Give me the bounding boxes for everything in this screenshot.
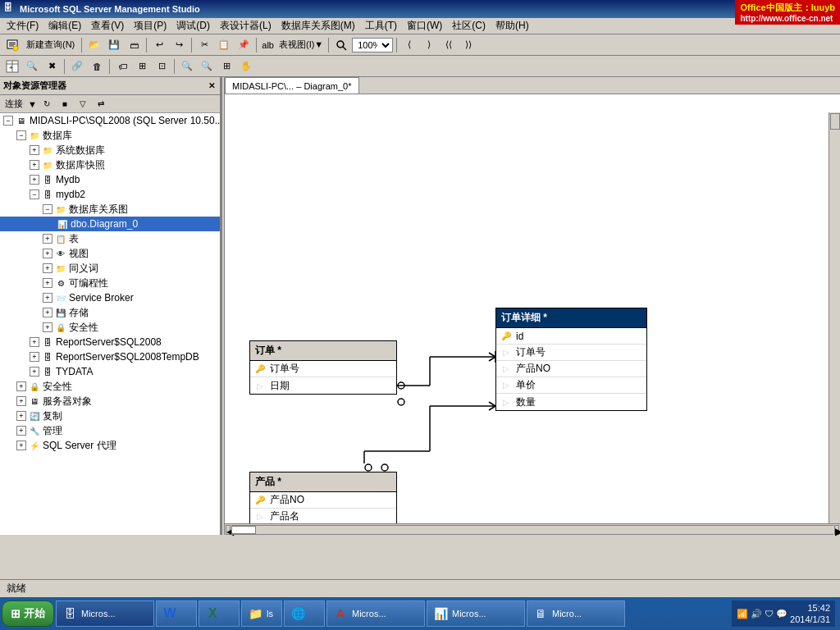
zoom-in-btn[interactable]: 🔍	[178, 57, 196, 75]
order-detail-table[interactable]: 订单详细 * 🔑 id ▷ 订单号 ▷ 产品NO ▷ 单价	[495, 308, 647, 411]
nav-btn-1[interactable]: ⟨	[400, 36, 418, 54]
product-table[interactable]: 产品 * 🔑 产品NO ▷ 产品名 ▷ 规格	[249, 472, 397, 523]
arrange-btn[interactable]: ⊞	[133, 57, 151, 75]
copy-button[interactable]: 📋	[215, 36, 233, 54]
clock[interactable]: 15:42 2014/1/31	[790, 602, 830, 626]
save-button[interactable]: 💾	[105, 36, 123, 54]
expand-security-top[interactable]: +	[16, 381, 26, 391]
tree-security-db-folder[interactable]: + 🔒 安全性	[0, 320, 220, 335]
expand-mydb2[interactable]: −	[30, 189, 39, 199]
menu-debug[interactable]: 调试(D)	[171, 17, 215, 34]
connect-btn[interactable]: 连接	[2, 98, 26, 110]
h-scroll-track[interactable]	[231, 525, 833, 535]
expand-snapshot[interactable]: +	[30, 160, 39, 170]
new-query-button[interactable]	[3, 36, 21, 54]
nav-btn-3[interactable]: ⟨⟨	[440, 36, 458, 54]
tree-db-snapshot[interactable]: + 📁 数据库快照	[0, 158, 220, 172]
tree-system-db[interactable]: + 📁 系统数据库	[0, 143, 220, 158]
zoom-select[interactable]: 100% 75% 50% 150%	[352, 38, 393, 52]
taskbar-item-0[interactable]: 🗄 Micros...	[56, 600, 154, 627]
zoom-button[interactable]	[332, 36, 350, 54]
expand-mydb[interactable]: +	[30, 175, 39, 185]
start-button[interactable]: ⊞ 开始	[2, 600, 54, 627]
stop-btn[interactable]: ■	[57, 97, 73, 112]
tree-replication[interactable]: + 🔄 复制	[0, 409, 220, 423]
expand-tables[interactable]: +	[43, 234, 52, 244]
expand-views[interactable]: +	[43, 249, 52, 258]
expand-report[interactable]: +	[30, 337, 39, 347]
tree-tydata[interactable]: + 🗄 TYDATA	[0, 364, 220, 379]
diagram-canvas[interactable]: 订单 * 🔑 订单号 ▷ 日期 订单详细 * 🔑 id	[225, 94, 840, 523]
h-scroll-thumb[interactable]	[231, 526, 256, 534]
taskbar-item-ssms[interactable]: 🖥 Micro...	[527, 600, 625, 627]
tree-synonyms-folder[interactable]: + 📁 同义词	[0, 261, 220, 276]
tree-storage-folder[interactable]: + 💾 存储	[0, 305, 220, 320]
refresh-btn[interactable]: ↻	[39, 97, 55, 112]
tree-db-folder[interactable]: − 📁 数据库	[0, 128, 220, 143]
tree-service-broker[interactable]: + 📨 Service Broker	[0, 290, 220, 305]
menu-tools[interactable]: 工具(T)	[360, 17, 402, 34]
show-table-btn[interactable]: 🔍	[23, 57, 41, 75]
show-labels-btn[interactable]: 🏷	[113, 57, 131, 75]
remove-table-btn[interactable]: ✖	[43, 57, 61, 75]
new-query-label[interactable]: 新建查询(N)	[23, 39, 78, 51]
save-all-button[interactable]: 🗃	[125, 36, 143, 54]
v-scrollbar[interactable]	[829, 112, 840, 523]
menu-file[interactable]: 文件(F)	[2, 17, 43, 34]
menu-project[interactable]: 项目(P)	[129, 17, 171, 34]
taskbar-item-browser[interactable]: 🌐	[284, 600, 325, 627]
v-scroll-thumb[interactable]	[830, 113, 840, 130]
undo-button[interactable]: ↩	[150, 36, 168, 54]
taskbar-item-excel[interactable]: X	[199, 600, 240, 627]
tree-server-objects[interactable]: + 🖥 服务器对象	[0, 394, 220, 409]
tree-diagram-0[interactable]: 📊 dbo.Diagram_0	[0, 217, 220, 231]
expand-db[interactable]: −	[16, 130, 26, 140]
order-table[interactable]: 订单 * 🔑 订单号 ▷ 日期	[249, 340, 397, 395]
tree-management[interactable]: + 🔧 管理	[0, 423, 220, 438]
tree-sql-agent[interactable]: + ⚡ SQL Server 代理	[0, 438, 220, 453]
fit-btn[interactable]: ⊞	[217, 57, 235, 75]
autofit-btn[interactable]: ⊡	[153, 57, 171, 75]
panel-close-btn[interactable]: ✕	[207, 81, 217, 90]
h-scroll-left[interactable]: ◀	[226, 525, 231, 535]
diagram-tab[interactable]: MIDASLI-PC\... – Diagram_0*	[225, 77, 359, 94]
tree-report-tempdb[interactable]: + 🗄 ReportServer$SQL2008TempDB	[0, 349, 220, 364]
taskbar-item-folder[interactable]: 📁 ls	[241, 600, 282, 627]
expand-security-db[interactable]: +	[43, 322, 52, 332]
menu-view[interactable]: 查看(V)	[86, 17, 129, 34]
tree-views-folder[interactable]: + 👁 视图	[0, 246, 220, 261]
expand-replication[interactable]: +	[16, 411, 26, 421]
taskbar-item-ppt[interactable]: 📊 Micros...	[427, 600, 525, 627]
tree-diagram-folder[interactable]: − 📁 数据库关系图	[0, 202, 220, 217]
add-table-btn[interactable]: +	[3, 57, 21, 75]
menu-window[interactable]: 窗口(W)	[402, 17, 447, 34]
taskbar-item-word[interactable]: W	[156, 600, 197, 627]
tree-report-db[interactable]: + 🗄 ReportServer$SQL2008	[0, 335, 220, 349]
open-file-button[interactable]: 📂	[85, 36, 103, 54]
expand-synonyms[interactable]: +	[43, 263, 52, 273]
expand-prog[interactable]: +	[43, 278, 52, 288]
sync-btn[interactable]: ⇄	[93, 97, 109, 112]
expand-tydata[interactable]: +	[30, 367, 39, 377]
paste-button[interactable]: 📌	[235, 36, 253, 54]
tree-prog-folder[interactable]: + ⚙ 可编程性	[0, 276, 220, 290]
expand-sb[interactable]: +	[43, 293, 52, 303]
tree-mydb[interactable]: + 🗄 Mydb	[0, 172, 220, 187]
expand-agent[interactable]: +	[16, 441, 26, 450]
tree-mydb2[interactable]: − 🗄 mydb2	[0, 187, 220, 202]
del-relation-btn[interactable]: 🗑	[88, 57, 106, 75]
menu-table-designer[interactable]: 表设计器(L)	[215, 17, 276, 34]
move-btn[interactable]: ✋	[237, 57, 255, 75]
tree-security-top[interactable]: + 🔒 安全性	[0, 379, 220, 394]
tree-tables-folder[interactable]: + 📋 表	[0, 231, 220, 246]
menu-db-diagram[interactable]: 数据库关系图(M)	[276, 17, 360, 34]
expand-sysdb[interactable]: +	[30, 145, 39, 155]
expand-server[interactable]: −	[3, 116, 13, 126]
expand-server-obj[interactable]: +	[16, 396, 26, 406]
new-relation-btn[interactable]: 🔗	[68, 57, 86, 75]
expand-management[interactable]: +	[16, 426, 26, 436]
redo-button[interactable]: ↪	[170, 36, 188, 54]
menu-edit[interactable]: 编辑(E)	[43, 17, 86, 34]
filter-btn[interactable]: ▽	[75, 97, 91, 112]
expand-diagram-folder[interactable]: −	[43, 204, 52, 214]
